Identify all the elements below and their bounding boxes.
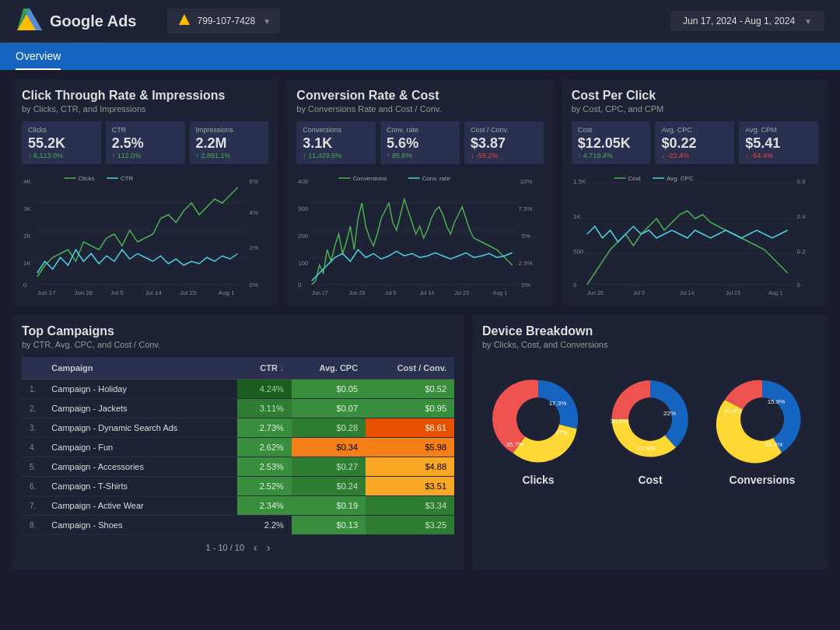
svg-text:0: 0 (796, 282, 800, 289)
cost-change: ↑ 4,719.4% (578, 152, 645, 159)
cost-value: $12.05K (578, 135, 645, 152)
campaign-ctr: 2.2% (237, 516, 292, 535)
row-num: 7. (22, 496, 44, 516)
conv-subtitle: by Conversions Rate and Cost / Conv. (296, 104, 543, 114)
donut-clicks-chart: 17.3% 47% 35.7% (492, 373, 585, 466)
impressions-change: ↑ 2,891.1% (196, 152, 263, 159)
pagination-next[interactable]: › (267, 541, 271, 554)
campaign-avg-cpc: $0.07 (292, 399, 366, 418)
table-row: 8. Campaign - Shoes 2.2% $0.13 $3.25 (22, 516, 454, 535)
campaign-name: Campaign - Holiday (44, 380, 237, 399)
conversions-card: Conversions 3.1K ↑ 11,429.6% (296, 121, 376, 164)
donut-conversions-label: Conversions (730, 474, 796, 486)
svg-text:Jul 23: Jul 23 (726, 290, 740, 296)
ctr-metric-cards: Clicks 55.2K ↑ 6,113.0% CTR 2.5% ↑ 112.0… (22, 121, 268, 164)
svg-text:Jun 26: Jun 26 (74, 289, 93, 296)
conversions-label: Conversions (303, 126, 369, 134)
campaign-avg-cpc: $0.05 (292, 380, 366, 399)
cost-conv-card: Cost / Conv. $3.87 ↓ -59.2% (464, 121, 544, 164)
cpc-chart: 1.5K 1K 500 0 0.6 0.4 0.2 0 Jun 26 Jul 5… (572, 172, 818, 296)
campaign-name: Campaign - Active Wear (44, 496, 237, 516)
cost-conv-label: Cost / Conv. (471, 126, 537, 134)
ctr-change: ↑ 112.0% (112, 152, 179, 159)
campaigns-tbody: 1. Campaign - Holiday 4.24% $0.05 $0.52 … (22, 380, 454, 535)
campaign-ctr: 2.34% (237, 496, 292, 516)
metrics-row: Click Through Rate & Impressions by Clic… (12, 79, 828, 306)
campaign-name: Campaign - Shoes (44, 516, 237, 535)
conv-title: Conversion Rate & Cost (296, 89, 543, 103)
device-breakdown-section: Device Breakdown by Clicks, Cost, and Co… (473, 315, 828, 569)
svg-text:47%: 47% (555, 429, 568, 436)
col-cost-conv: Cost / Conv. (366, 357, 454, 380)
cost-label: Cost (578, 126, 645, 134)
campaign-avg-cpc: $0.34 (292, 438, 366, 457)
main-content: Click Through Rate & Impressions by Clic… (0, 70, 840, 579)
campaigns-title: Top Campaigns (22, 324, 454, 338)
donut-conversions: 15.9% 63.4% 20.8% Conversions (716, 373, 809, 486)
bottom-row: Top Campaigns by CTR, Avg. CPC, and Cost… (12, 315, 828, 569)
svg-text:0%: 0% (250, 282, 258, 289)
campaign-avg-cpc: $0.13 (292, 516, 366, 535)
donut-clicks-label: Clicks (522, 474, 554, 486)
date-selector[interactable]: Jun 17, 2024 - Aug 1, 2024 ▼ (670, 11, 824, 31)
cost-conv-value: $3.87 (471, 135, 537, 152)
svg-text:30.2%: 30.2% (611, 418, 628, 425)
svg-text:7.5%: 7.5% (519, 205, 533, 212)
pagination-prev[interactable]: ‹ (254, 541, 257, 554)
campaign-ctr: 3.11% (237, 399, 292, 418)
svg-text:Jun 26: Jun 26 (586, 290, 603, 296)
svg-text:Conv. rate: Conv. rate (422, 175, 451, 182)
device-subtitle: by Clicks, Cost, and Conversions (482, 340, 818, 349)
ctr-impressions-section: Click Through Rate & Impressions by Clic… (12, 79, 278, 306)
avg-cpm-card: Avg. CPM $5.41 ↓ -64.4% (739, 121, 818, 164)
svg-text:4K: 4K (23, 178, 31, 185)
svg-text:Aug 1: Aug 1 (768, 290, 782, 296)
donut-cost-label: Cost (638, 474, 662, 486)
campaigns-subtitle: by CTR, Avg. CPC, and Cost / Conv. (22, 340, 454, 349)
col-campaign[interactable]: Campaign (44, 357, 237, 380)
clicks-value: 55.2K (28, 135, 95, 152)
table-row: 4. Campaign - Fun 2.62% $0.34 $5.98 (22, 438, 454, 457)
cpc-title: Cost Per Click (572, 89, 818, 103)
pagination-info: 1 - 10 / 10 (206, 543, 245, 552)
table-row: 6. Campaign - T-Shirts 2.52% $0.24 $3.51 (22, 477, 454, 496)
campaign-avg-cpc: $0.28 (292, 418, 366, 438)
campaign-cost-conv: $0.95 (366, 399, 454, 418)
svg-text:Jul 23: Jul 23 (455, 290, 470, 296)
svg-text:Jun 26: Jun 26 (349, 290, 366, 296)
account-selector[interactable]: 799-107-7428 ▼ (167, 9, 280, 33)
cpc-metric-cards: Cost $12.05K ↑ 4,719.4% Avg. CPC $0.22 ↓… (572, 121, 818, 164)
svg-text:3K: 3K (23, 205, 31, 212)
col-num (22, 357, 44, 380)
svg-text:1K: 1K (573, 213, 581, 220)
conv-rate-card: Conv. rate 5.6% ↑ 85.6% (380, 121, 460, 164)
cost-card: Cost $12.05K ↑ 4,719.4% (572, 121, 651, 164)
row-num: 2. (22, 399, 44, 418)
svg-text:1K: 1K (23, 260, 31, 267)
col-ctr[interactable]: CTR ↓ (237, 357, 292, 380)
avg-cpc-label: Avg. CPC (661, 126, 728, 134)
conversions-change: ↑ 11,429.6% (303, 152, 369, 159)
clicks-card: Clicks 55.2K ↑ 6,113.0% (22, 121, 101, 164)
svg-text:Aug 1: Aug 1 (493, 290, 507, 296)
ctr-subtitle: by Clicks, CTR, and Impressions (22, 104, 268, 114)
svg-text:Jul 14: Jul 14 (420, 290, 435, 296)
svg-text:0: 0 (23, 282, 27, 289)
svg-text:Avg. CPC: Avg. CPC (667, 175, 694, 182)
svg-text:17.3%: 17.3% (549, 400, 567, 407)
row-num: 3. (22, 418, 44, 438)
row-num: 8. (22, 516, 44, 535)
campaign-avg-cpc: $0.27 (292, 457, 366, 477)
svg-text:6%: 6% (250, 178, 258, 185)
campaign-cost-conv: $3.34 (366, 496, 454, 516)
svg-text:47.9%: 47.9% (638, 445, 656, 452)
nav-overview[interactable]: Overview (16, 44, 61, 70)
svg-text:100: 100 (298, 260, 309, 267)
svg-text:15.9%: 15.9% (768, 398, 786, 405)
svg-text:5%: 5% (522, 233, 530, 240)
campaign-cost-conv: $3.51 (366, 477, 454, 496)
avg-cpc-change: ↓ -22.4% (661, 152, 728, 159)
row-num: 1. (22, 380, 44, 399)
impressions-card: Impressions 2.2M ↑ 2,891.1% (190, 121, 269, 164)
ctr-value: 2.5% (112, 135, 179, 152)
